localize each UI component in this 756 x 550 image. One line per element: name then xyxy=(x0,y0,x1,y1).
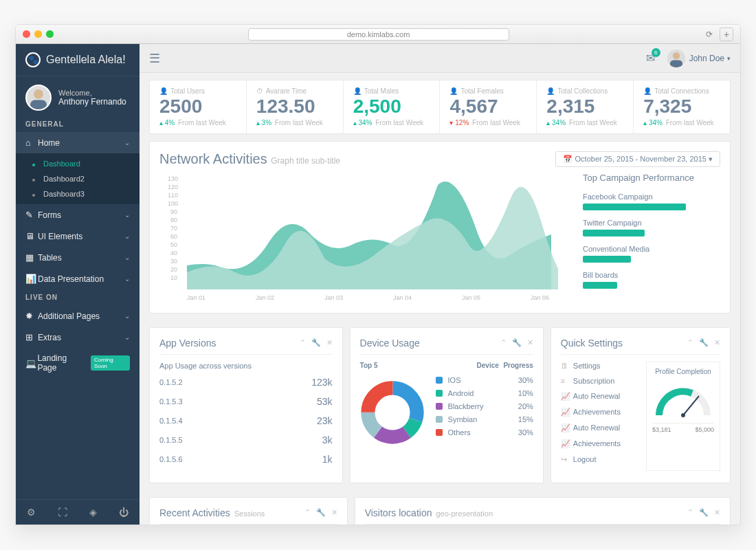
app-versions-panel: App Versions⌃🔧✕ App Usage across version… xyxy=(149,327,343,483)
setting-icon: 📈 xyxy=(561,408,573,417)
chevron-down-icon: ⌄ xyxy=(124,232,130,240)
sidebar-item-extras[interactable]: ⊞Extras⌄ xyxy=(16,327,140,348)
svg-text:Jan 01: Jan 01 xyxy=(187,294,205,301)
svg-point-0 xyxy=(34,89,43,99)
legend-row: Android10% xyxy=(436,389,533,397)
desktop-icon: 🖥 xyxy=(25,231,38,241)
tile-value: 4,567 xyxy=(449,96,526,118)
close-icon[interactable]: ✕ xyxy=(331,508,337,517)
brand: 🐾 Gentellela Alela! xyxy=(16,44,140,76)
hamburger-icon[interactable]: ☰ xyxy=(149,51,160,66)
version-row: 0.1.5.353k xyxy=(159,396,333,407)
paw-icon: 🐾 xyxy=(25,52,41,67)
svg-text:Jan 02: Jan 02 xyxy=(256,294,274,301)
settings-icon[interactable]: ⚙ xyxy=(27,507,36,518)
visitors-location-panel: Visitors locationgeo-presentation⌃🔧✕ 125… xyxy=(355,497,731,525)
svg-text:Jan 04: Jan 04 xyxy=(393,294,412,301)
quick-setting-item[interactable]: 📈Achievements xyxy=(561,408,639,417)
fullscreen-icon[interactable]: ⛶ xyxy=(58,507,67,518)
refresh-icon[interactable]: ⟳ xyxy=(706,30,713,39)
collapse-icon[interactable]: ⌃ xyxy=(304,508,311,517)
svg-text:120: 120 xyxy=(168,184,178,190)
version-row: 0.1.5.2123k xyxy=(159,377,333,388)
stat-tile: ⏱Avarare Time 123.50 ▴ 3% From last Week xyxy=(247,80,344,133)
quick-setting-item[interactable]: ↪Logout xyxy=(561,455,639,464)
tile-icon: ⏱ xyxy=(256,87,263,95)
sidebar-item-dashboard3[interactable]: Dashboard3 xyxy=(16,186,140,201)
collapse-icon[interactable]: ⌃ xyxy=(687,508,693,517)
sidebar-item-datapres[interactable]: 📊Data Presentation⌄ xyxy=(16,268,140,289)
user-menu[interactable]: John Doe▾ xyxy=(667,50,731,67)
caret-up-icon: ▴ 3% xyxy=(256,119,271,126)
caret-up-icon: ▴ 34% xyxy=(353,119,373,126)
svg-text:80: 80 xyxy=(170,217,177,223)
tile-icon: 👤 xyxy=(449,87,458,95)
sidebar-footer: ⚙ ⛶ ◈ ⏻ xyxy=(16,499,140,525)
quick-setting-item[interactable]: 📈Auto Renewal xyxy=(561,424,639,432)
svg-text:Jan 03: Jan 03 xyxy=(324,294,343,301)
tile-icon: 👤 xyxy=(353,87,362,95)
sidebar-item-forms[interactable]: ✎Forms⌄ xyxy=(16,204,140,226)
caret-down-icon: ▾ 12% xyxy=(449,119,469,126)
device-usage-panel: Device Usage⌃🔧✕ Top 5 xyxy=(350,327,544,483)
collapse-icon[interactable]: ⌃ xyxy=(687,338,693,347)
network-chart: 130120110100 90807060 5040302010 Jan 01J… xyxy=(159,173,572,303)
close-icon[interactable]: ✕ xyxy=(326,338,333,347)
quick-settings-panel: Quick Settings⌃🔧✕ 🗓Settings≡Subscription… xyxy=(551,327,731,483)
wrench-icon[interactable]: 🔧 xyxy=(316,508,326,517)
messages-icon[interactable]: ✉6 xyxy=(646,52,655,65)
avatar xyxy=(667,50,685,67)
eye-icon[interactable]: ◈ xyxy=(89,507,97,518)
sidebar-item-ui[interactable]: 🖥UI Elements⌄ xyxy=(16,226,140,247)
close-icon[interactable]: ✕ xyxy=(527,338,533,347)
window-close-button[interactable] xyxy=(23,30,30,38)
legend-row: Others30% xyxy=(436,428,533,437)
new-tab-button[interactable]: + xyxy=(720,28,733,41)
version-row: 0.1.5.423k xyxy=(159,415,333,426)
svg-text:40: 40 xyxy=(170,250,177,256)
close-icon[interactable]: ✕ xyxy=(714,508,720,517)
svg-text:20: 20 xyxy=(170,266,177,273)
svg-text:30: 30 xyxy=(170,258,177,265)
date-range-picker[interactable]: 📅 October 25, 2015 - November 23, 2015 ▾ xyxy=(555,151,720,167)
close-icon[interactable]: ✕ xyxy=(714,338,720,347)
address-bar[interactable]: demo.kimlabs.com xyxy=(248,28,509,41)
wrench-icon[interactable]: 🔧 xyxy=(699,508,709,517)
avatar xyxy=(25,85,52,111)
quick-setting-item[interactable]: 📈Auto Renewal xyxy=(561,392,639,401)
sidebar-item-home[interactable]: ⌂Home⌄ xyxy=(16,132,140,153)
sidebar-item-additional[interactable]: ✸Additional Pages⌄ xyxy=(16,305,140,327)
campaign-performance: Top Campaign Performance Facebook Campai… xyxy=(583,173,720,303)
window-zoom-button[interactable] xyxy=(46,30,54,38)
caret-up-icon: ▴ 34% xyxy=(546,119,566,126)
tile-value: 2,500 xyxy=(353,96,430,118)
collapse-icon[interactable]: ⌃ xyxy=(300,338,306,347)
svg-text:90: 90 xyxy=(170,208,177,215)
chevron-down-icon: ⌄ xyxy=(124,275,130,283)
table-icon: ▦ xyxy=(25,252,38,263)
wrench-icon[interactable]: 🔧 xyxy=(699,338,709,347)
sidebar-item-tables[interactable]: ▦Tables⌄ xyxy=(16,247,140,268)
svg-text:Jan 05: Jan 05 xyxy=(462,294,480,301)
tile-icon: 👤 xyxy=(546,87,555,95)
wrench-icon[interactable]: 🔧 xyxy=(311,338,321,347)
quick-setting-item[interactable]: 🗓Settings xyxy=(561,362,639,370)
sidebar-item-dashboard2[interactable]: Dashboard2 xyxy=(16,171,140,186)
legend-row: Symbian15% xyxy=(436,415,533,424)
window-minimize-button[interactable] xyxy=(34,30,42,38)
svg-text:70: 70 xyxy=(170,225,177,232)
setting-icon: 🗓 xyxy=(561,362,573,370)
quick-setting-item[interactable]: 📈Achievements xyxy=(561,439,639,448)
svg-text:130: 130 xyxy=(168,175,178,182)
campaign-row: Bill boards xyxy=(583,271,720,289)
collapse-icon[interactable]: ⌃ xyxy=(500,338,507,347)
sidebar-item-landing[interactable]: 💻Landing PageComing Soon xyxy=(16,348,140,378)
sidebar-item-dashboard[interactable]: Dashboard xyxy=(16,156,140,171)
power-icon[interactable]: ⏻ xyxy=(119,507,129,518)
stat-tile: 👤Total Users 2500 ▴ 4% From last Week xyxy=(150,80,247,133)
quick-setting-item[interactable]: ≡Subscription xyxy=(561,377,639,385)
profile-block: Welcome, Anthony Fernando xyxy=(16,76,140,116)
wrench-icon[interactable]: 🔧 xyxy=(512,338,522,347)
main-content: ☰ ✉6 John Doe▾ 👤Total Users 2500 ▴ 4% Fr… xyxy=(140,44,740,525)
stat-tile: 👤Total Connections 7,325 ▴ 34% From last… xyxy=(634,80,730,133)
